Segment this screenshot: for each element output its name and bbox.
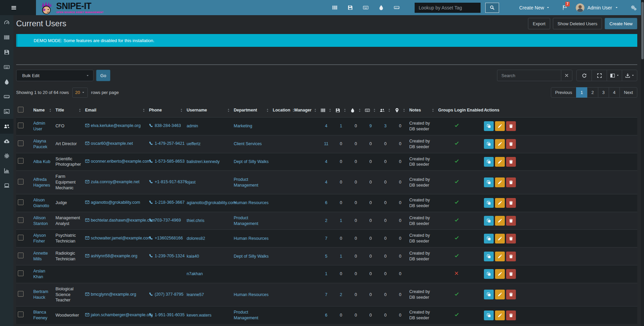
export-button[interactable]: Export <box>528 18 550 29</box>
row-checkbox[interactable] <box>18 123 24 128</box>
delete-user-button[interactable] <box>506 139 516 149</box>
licenses-count-link[interactable]: 1 <box>340 124 342 128</box>
table-search-input[interactable] <box>497 70 561 81</box>
edit-user-button[interactable] <box>495 216 505 226</box>
edit-user-button[interactable] <box>495 269 505 279</box>
user-name-link[interactable]: Alyson Fisher <box>33 233 46 243</box>
clone-user-button[interactable] <box>484 177 494 187</box>
sidebar-item-people[interactable] <box>0 119 13 134</box>
delete-user-button[interactable] <box>506 234 516 243</box>
managed_locations-column-header[interactable] <box>393 103 408 118</box>
user-email-link[interactable]: ashlynn58@example.org <box>91 254 137 258</box>
user-email-link[interactable]: bechtelar.dashawn@example.com <box>91 218 155 223</box>
page-4-button[interactable]: 4 <box>609 87 620 98</box>
user-phone-link[interactable]: (207) 377-8795 <box>155 292 183 297</box>
accessories-count-link[interactable]: 9 <box>370 124 372 128</box>
licenses-count-link[interactable]: 2 <box>340 292 342 297</box>
edit-user-button[interactable] <box>495 121 505 131</box>
user-email-link[interactable]: oscar60@example.net <box>91 141 133 146</box>
create-new-menu[interactable]: Create New <box>519 5 550 10</box>
barcode-icon[interactable] <box>332 5 338 10</box>
manager-column-header[interactable]: Manager <box>293 103 319 118</box>
user-department-link[interactable]: Dept of Silly Walks <box>234 254 269 259</box>
settings-gears-icon[interactable] <box>631 5 637 11</box>
page-size-select[interactable]: 20 <box>72 88 88 98</box>
edit-user-button[interactable] <box>495 177 505 187</box>
row-checkbox[interactable] <box>18 199 24 205</box>
droplet-icon[interactable] <box>378 5 384 10</box>
user-phone-link[interactable]: 1-239-705-1324 <box>155 254 185 258</box>
row-checkbox[interactable] <box>18 217 24 223</box>
sidebar-item-accessories[interactable] <box>0 60 13 74</box>
assets-count-link[interactable]: 7 <box>325 292 328 297</box>
accessories-column-header[interactable] <box>363 103 378 118</box>
assets-count-link[interactable]: 1 <box>325 271 328 276</box>
user-phone-link[interactable]: 1-951-391-6035 <box>155 313 185 317</box>
sidebar-item-settings[interactable] <box>0 149 13 163</box>
username-column-header[interactable]: Username <box>185 103 232 118</box>
notes-column-header[interactable]: Notes <box>408 103 437 118</box>
user-email-link[interactable]: agianotto@grokability.com <box>91 200 140 205</box>
sidebar-item-dashboard[interactable] <box>0 15 13 30</box>
user-phone-link[interactable]: +13602568166 <box>155 236 183 240</box>
assets-column-header[interactable] <box>319 103 334 118</box>
edit-user-button[interactable] <box>495 198 505 208</box>
refresh-button[interactable] <box>576 70 592 81</box>
user-name-link[interactable]: Alison Gianotto <box>33 198 49 208</box>
login_enabled-column-header[interactable]: Login Enabled <box>453 103 482 118</box>
clone-user-button[interactable] <box>484 269 494 279</box>
clear-search-button[interactable] <box>561 70 572 81</box>
user-department-link[interactable]: Product Management <box>234 216 258 226</box>
assets-count-link[interactable]: 4 <box>325 124 328 128</box>
user-name-link[interactable]: Allison Stanton <box>33 216 48 226</box>
assets-count-link[interactable]: 5 <box>325 254 328 259</box>
sidebar-item-assets[interactable] <box>0 30 13 45</box>
edit-user-button[interactable] <box>495 157 505 167</box>
assets-count-link[interactable]: 11 <box>324 141 329 146</box>
delete-user-button[interactable] <box>506 157 516 167</box>
department-column-header[interactable]: Department <box>232 103 271 118</box>
user-name-link[interactable]: Alayna Paucek <box>33 139 47 149</box>
user-phone-link[interactable]: 1-573-585-8653 <box>155 159 185 164</box>
user-name-link[interactable]: Bertram Hauck <box>33 289 48 300</box>
edit-user-button[interactable] <box>495 139 505 149</box>
user-phone-link[interactable]: 703-737-4969 <box>155 218 181 223</box>
select-all-column-header[interactable] <box>16 103 32 118</box>
email-column-header[interactable]: Email <box>83 103 147 118</box>
create-new-button[interactable]: Create New <box>605 18 637 29</box>
clone-user-button[interactable] <box>484 157 494 167</box>
phone-column-header[interactable]: Phone <box>147 103 185 118</box>
sidebar-item-reports[interactable] <box>0 163 13 178</box>
licenses-count-link[interactable]: 1 <box>340 254 342 259</box>
user-name-link[interactable]: Alfreda Hagenes <box>33 177 50 188</box>
sidebar-item-import[interactable] <box>0 134 13 149</box>
select-all-checkbox[interactable] <box>18 107 24 112</box>
row-checkbox[interactable] <box>18 179 24 185</box>
components-icon[interactable] <box>394 5 400 10</box>
managed_users-column-header[interactable] <box>378 103 393 118</box>
user-name-link[interactable]: Arslan Khan <box>33 269 45 279</box>
user-menu[interactable]: Admin User <box>576 3 618 12</box>
user-department-link[interactable]: Client Services <box>234 141 262 146</box>
managed_users-count-link[interactable]: 3 <box>384 124 387 128</box>
licenses-count-link[interactable]: 1 <box>340 218 342 223</box>
user-email-link[interactable]: schowalter.jamel@example.com <box>91 236 151 240</box>
sidebar-item-consumables[interactable] <box>0 74 13 89</box>
clone-user-button[interactable] <box>484 290 494 299</box>
row-checkbox[interactable] <box>18 270 24 276</box>
delete-user-button[interactable] <box>506 269 516 279</box>
delete-user-button[interactable] <box>506 198 516 208</box>
user-department-link[interactable]: Human Resources <box>234 292 269 297</box>
floppy-icon[interactable] <box>347 5 353 10</box>
edit-user-button[interactable] <box>495 311 505 320</box>
delete-user-button[interactable] <box>506 121 516 131</box>
edit-user-button[interactable] <box>495 252 505 261</box>
previous-page-button[interactable]: Previous <box>551 87 577 98</box>
asset-tag-search-input[interactable] <box>415 3 481 13</box>
user-phone-link[interactable]: 1-479-257-9421 <box>155 141 185 146</box>
clone-user-button[interactable] <box>484 139 494 149</box>
user-email-link[interactable]: jalon.schamberger@example.org <box>91 313 153 317</box>
user-department-link[interactable]: Product Management <box>234 310 258 320</box>
fullscreen-button[interactable] <box>592 70 607 81</box>
sidebar-item-predefined-kits[interactable] <box>0 104 13 119</box>
